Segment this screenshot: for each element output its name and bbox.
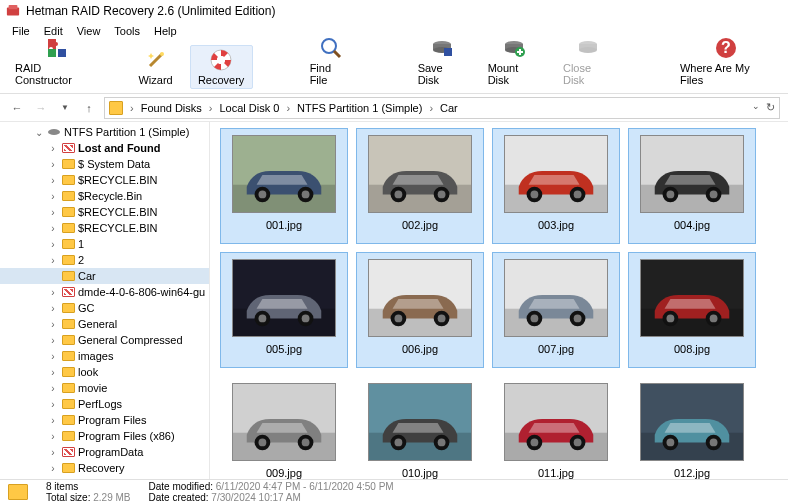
expand-icon[interactable]: › <box>48 399 58 410</box>
crumb-car[interactable]: Car <box>438 102 460 114</box>
expand-icon[interactable]: › <box>48 335 58 346</box>
file-thumbnail[interactable]: 004.jpg <box>628 128 756 244</box>
folder-icon <box>61 414 75 426</box>
crumb-partition[interactable]: NTFS Partition 1 (Simple) <box>295 102 424 114</box>
breadcrumb-dropdown-icon[interactable]: ⌄ <box>752 101 760 114</box>
tree-item[interactable]: ›2 <box>0 252 209 268</box>
tree-item[interactable]: ›images <box>0 348 209 364</box>
tree-item[interactable]: ›Lost and Found <box>0 140 209 156</box>
tree-item[interactable]: ›Program Files <box>0 412 209 428</box>
back-button[interactable]: ← <box>8 99 26 117</box>
svg-point-87 <box>574 439 582 447</box>
tree-item-label: Recovery <box>78 462 124 474</box>
tree-item[interactable]: ›GC <box>0 300 209 316</box>
expand-icon[interactable]: › <box>48 255 58 266</box>
folder-icon <box>61 462 75 474</box>
file-thumbnail[interactable]: 009.jpg <box>220 376 348 479</box>
tree-item[interactable]: ›$Recycle.Bin <box>0 188 209 204</box>
svg-point-25 <box>259 191 267 199</box>
file-thumbnail[interactable]: 011.jpg <box>492 376 620 479</box>
expand-icon[interactable]: › <box>48 415 58 426</box>
crumb-found-disks[interactable]: Found Disks <box>139 102 204 114</box>
file-thumbnail[interactable]: 006.jpg <box>356 252 484 368</box>
file-thumbnail[interactable]: 007.jpg <box>492 252 620 368</box>
tree-item[interactable]: ›PerfLogs <box>0 396 209 412</box>
collapse-icon[interactable]: ⌄ <box>34 127 44 138</box>
thumbnail-image <box>368 383 472 461</box>
thumbnail-image <box>504 383 608 461</box>
expand-icon[interactable]: › <box>48 431 58 442</box>
expand-icon[interactable]: › <box>48 143 58 154</box>
file-thumbnail[interactable]: 012.jpg <box>628 376 756 479</box>
tree-item[interactable]: ›Program Files (x86) <box>0 428 209 444</box>
svg-point-27 <box>302 191 310 199</box>
find-file-button[interactable]: Find File <box>301 33 361 89</box>
breadcrumb[interactable]: › Found Disks › Local Disk 0 › NTFS Part… <box>104 97 780 119</box>
menu-help[interactable]: Help <box>148 23 183 39</box>
tree-root-partition[interactable]: ⌄ NTFS Partition 1 (Simple) <box>0 124 209 140</box>
recovery-button[interactable]: Recovery <box>190 45 253 89</box>
refresh-icon[interactable]: ↻ <box>766 101 775 114</box>
expand-icon[interactable]: › <box>48 175 58 186</box>
expand-icon[interactable]: › <box>48 287 58 298</box>
thumbnail-image <box>368 259 472 337</box>
tree-item[interactable]: ›movie <box>0 380 209 396</box>
tree-item[interactable]: ›$ System Data <box>0 156 209 172</box>
expand-icon[interactable]: › <box>48 447 58 458</box>
svg-point-67 <box>667 315 675 323</box>
title-bar: Hetman RAID Recovery 2.6 (Unlimited Edit… <box>0 0 788 22</box>
tree-item[interactable]: ›look <box>0 364 209 380</box>
expand-icon[interactable]: › <box>48 319 58 330</box>
expand-icon[interactable]: › <box>48 191 58 202</box>
svg-point-39 <box>574 191 582 199</box>
menu-tools[interactable]: Tools <box>108 23 146 39</box>
expand-icon[interactable]: › <box>48 303 58 314</box>
expand-icon[interactable]: › <box>48 223 58 234</box>
expand-icon[interactable]: › <box>48 367 58 378</box>
up-button[interactable]: ↑ <box>80 99 98 117</box>
question-icon: ? <box>714 36 738 60</box>
tree-item-label: Car <box>78 270 96 282</box>
tree-item-label: 2 <box>78 254 84 266</box>
file-thumbnail[interactable]: 002.jpg <box>356 128 484 244</box>
file-grid[interactable]: 001.jpg 002.jpg 003.jpg 004.jpg 005.jpg <box>210 122 788 479</box>
file-thumbnail[interactable]: 003.jpg <box>492 128 620 244</box>
folder-tree[interactable]: ⌄ NTFS Partition 1 (Simple) ›Lost and Fo… <box>0 122 210 479</box>
mount-disk-button[interactable]: Mount Disk <box>479 33 550 89</box>
tree-item[interactable]: ›dmde-4-0-6-806-win64-gu <box>0 284 209 300</box>
folder-icon <box>61 270 75 282</box>
tree-item[interactable]: ›$RECYCLE.BIN <box>0 172 209 188</box>
file-thumbnail[interactable]: 005.jpg <box>220 252 348 368</box>
tree-item[interactable]: ›1 <box>0 236 209 252</box>
where-files-button[interactable]: ? Where Are My Files <box>671 33 782 89</box>
expand-icon[interactable]: › <box>48 463 58 474</box>
magnifier-icon <box>319 36 343 60</box>
save-disk-button[interactable]: Save Disk <box>409 33 475 89</box>
expand-icon[interactable]: › <box>48 239 58 250</box>
expand-icon[interactable]: › <box>48 383 58 394</box>
file-name-label: 012.jpg <box>674 467 710 479</box>
file-thumbnail[interactable]: 001.jpg <box>220 128 348 244</box>
tree-item[interactable]: ›$RECYCLE.BIN <box>0 204 209 220</box>
expand-icon[interactable]: › <box>48 351 58 362</box>
tree-item[interactable]: ›$RECYCLE.BIN <box>0 220 209 236</box>
expand-icon[interactable]: › <box>48 159 58 170</box>
history-dropdown[interactable]: ▼ <box>56 99 74 117</box>
tree-item[interactable]: ›General Compressed <box>0 332 209 348</box>
tree-item-label: $Recycle.Bin <box>78 190 142 202</box>
file-thumbnail[interactable]: 010.jpg <box>356 376 484 479</box>
svg-point-57 <box>438 315 446 323</box>
raid-constructor-button[interactable]: RAID Constructor <box>6 33 108 89</box>
file-name-label: 004.jpg <box>674 219 710 231</box>
crumb-local-disk[interactable]: Local Disk 0 <box>217 102 281 114</box>
file-thumbnail[interactable]: 008.jpg <box>628 252 756 368</box>
tree-item[interactable]: ›ProgramData <box>0 444 209 460</box>
forward-button[interactable]: → <box>32 99 50 117</box>
tree-item[interactable]: ›General <box>0 316 209 332</box>
expand-icon[interactable]: › <box>48 207 58 218</box>
tree-item[interactable]: ›Recovery <box>0 460 209 476</box>
folder-icon <box>109 101 123 115</box>
wizard-button[interactable]: Wizard <box>126 45 186 89</box>
tree-item-label: movie <box>78 382 107 394</box>
tree-item[interactable]: Car <box>0 268 209 284</box>
